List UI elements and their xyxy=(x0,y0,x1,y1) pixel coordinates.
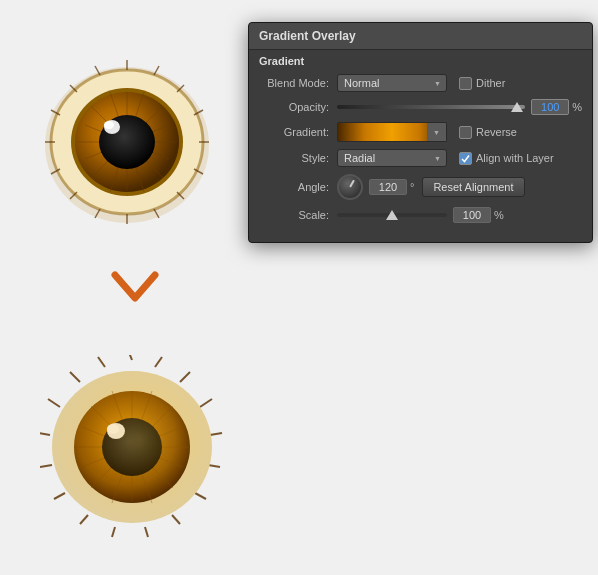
svg-line-39 xyxy=(80,515,88,524)
opacity-slider-row: % xyxy=(337,99,582,115)
panel-title: Gradient Overlay xyxy=(259,29,356,43)
style-row: Style: Radial Linear Angle Reflected Dia… xyxy=(259,149,582,167)
opacity-label: Opacity: xyxy=(259,101,337,113)
panel-body: Blend Mode: Normal Multiply Screen Dithe… xyxy=(249,70,592,242)
svg-line-35 xyxy=(48,399,60,407)
reset-alignment-button[interactable]: Reset Alignment xyxy=(422,177,524,197)
angle-label: Angle: xyxy=(259,181,337,193)
svg-line-41 xyxy=(145,527,148,537)
svg-line-48 xyxy=(155,357,162,367)
svg-point-14 xyxy=(104,121,114,129)
svg-line-45 xyxy=(210,433,222,435)
opacity-value[interactable] xyxy=(531,99,569,115)
eye-bottom xyxy=(40,355,225,540)
canvas-area: Gradient Overlay Gradient Blend Mode: No… xyxy=(0,0,598,575)
opacity-row: Opacity: % xyxy=(259,99,582,115)
reverse-label: Reverse xyxy=(476,126,517,138)
gradient-swatch-wrapper[interactable] xyxy=(337,122,447,142)
svg-line-33 xyxy=(98,357,105,367)
align-checkbox-area[interactable]: Align with Layer xyxy=(459,152,554,165)
opacity-slider-thumb xyxy=(511,102,523,112)
scale-slider-track[interactable] xyxy=(337,213,447,217)
panel-subtitle: Gradient xyxy=(249,50,592,70)
scale-value[interactable] xyxy=(453,207,491,223)
blend-mode-select-wrapper[interactable]: Normal Multiply Screen xyxy=(337,74,447,92)
style-label: Style: xyxy=(259,152,337,164)
svg-line-42 xyxy=(172,515,180,524)
scale-percent: % xyxy=(494,209,504,221)
svg-line-32 xyxy=(128,355,132,360)
scale-row: Scale: % xyxy=(259,207,582,223)
align-label: Align with Layer xyxy=(476,152,554,164)
arrow-down xyxy=(110,270,160,305)
angle-row: Angle: ° Reset Alignment xyxy=(259,174,582,200)
svg-point-62 xyxy=(52,371,212,523)
scale-label: Scale: xyxy=(259,209,337,221)
dither-checkbox-area[interactable]: Dither xyxy=(459,77,505,90)
svg-line-38 xyxy=(54,493,65,499)
gradient-row: Gradient: Reverse xyxy=(259,122,582,142)
blend-mode-select[interactable]: Normal Multiply Screen xyxy=(337,74,447,92)
blend-mode-label: Blend Mode: xyxy=(259,77,337,89)
opacity-percent: % xyxy=(572,101,582,113)
angle-value[interactable] xyxy=(369,179,407,195)
gradient-overlay-panel: Gradient Overlay Gradient Blend Mode: No… xyxy=(248,22,593,243)
svg-line-36 xyxy=(40,433,50,435)
svg-line-44 xyxy=(208,465,220,467)
scale-slider-thumb xyxy=(386,210,398,220)
gradient-label: Gradient: xyxy=(259,126,337,138)
reverse-checkbox-area[interactable]: Reverse xyxy=(459,126,517,139)
panel-title-bar: Gradient Overlay xyxy=(249,23,592,50)
align-checkbox[interactable] xyxy=(459,152,472,165)
svg-line-34 xyxy=(70,372,80,382)
dither-label: Dither xyxy=(476,77,505,89)
style-select[interactable]: Radial Linear Angle Reflected Diamond xyxy=(337,149,447,167)
eye-top xyxy=(40,55,215,230)
angle-knob[interactable] xyxy=(337,174,363,200)
degree-symbol: ° xyxy=(410,181,414,193)
svg-line-40 xyxy=(112,527,115,537)
blend-mode-row: Blend Mode: Normal Multiply Screen Dithe… xyxy=(259,74,582,92)
svg-line-43 xyxy=(195,493,206,499)
gradient-dropdown-button[interactable] xyxy=(427,122,447,142)
svg-line-47 xyxy=(180,372,190,382)
style-select-wrapper[interactable]: Radial Linear Angle Reflected Diamond xyxy=(337,149,447,167)
svg-line-37 xyxy=(40,465,52,467)
dither-checkbox[interactable] xyxy=(459,77,472,90)
opacity-slider-track[interactable] xyxy=(337,105,525,109)
reverse-checkbox[interactable] xyxy=(459,126,472,139)
svg-line-46 xyxy=(200,399,212,407)
